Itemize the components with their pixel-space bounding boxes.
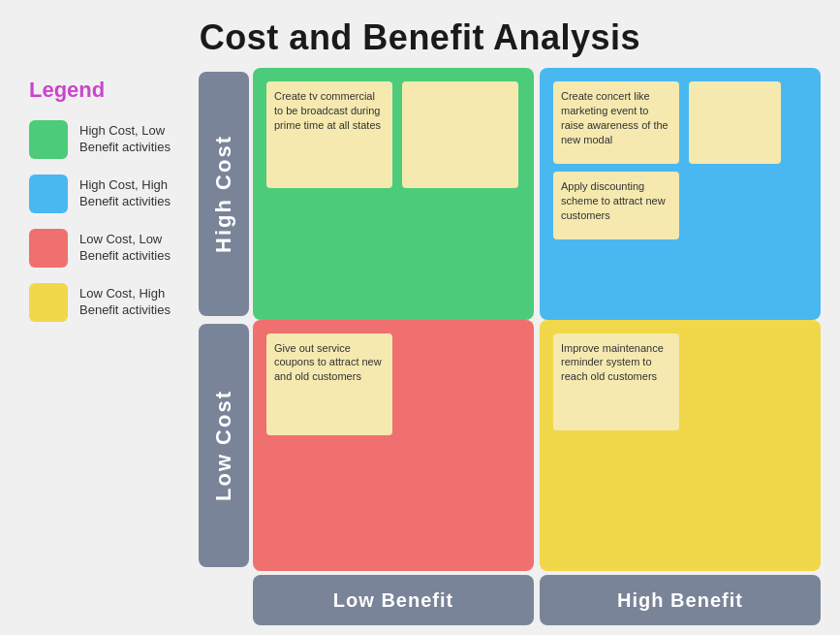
note-concert: Create concert like marketing event to r… xyxy=(553,81,679,164)
high-cost-text: High Cost xyxy=(211,135,236,253)
legend-item-high-cost-high-benefit: High Cost, High Benefit activities xyxy=(29,175,189,213)
legend-label-blue: High Cost, High Benefit activities xyxy=(79,177,189,210)
legend-color-blue xyxy=(29,175,68,213)
low-benefit-label: Low Benefit xyxy=(253,575,534,625)
low-cost-label: Low Cost xyxy=(199,324,249,568)
high-cost-row: High Cost Create tv commercial to be bro… xyxy=(199,68,821,320)
benefit-spacer xyxy=(199,575,249,625)
matrix-area: High Cost Create tv commercial to be bro… xyxy=(199,68,821,625)
note-tv-commercial: Create tv commercial to be broadcast dur… xyxy=(266,81,392,188)
legend-label-green: High Cost, Low Benefit activities xyxy=(79,123,189,156)
low-cost-text: Low Cost xyxy=(211,390,236,501)
low-cost-row: Low Cost Give out service coupons to att… xyxy=(199,320,821,572)
page-title: Cost and Benefit Analysis xyxy=(0,0,840,68)
legend-item-high-cost-low-benefit: High Cost, Low Benefit activities xyxy=(29,120,189,159)
high-benefit-label: High Benefit xyxy=(540,575,821,625)
cell-low-cost-high-benefit: Improve maintenance reminder system to r… xyxy=(540,320,821,572)
benefit-labels-row: Low Benefit High Benefit xyxy=(199,575,821,625)
legend-item-low-cost-low-benefit: Low Cost, Low Benefit activities xyxy=(29,229,189,268)
legend-label-red: Low Cost, Low Benefit activities xyxy=(79,232,189,265)
main-layout: Legend High Cost, Low Benefit activities… xyxy=(0,68,840,625)
legend-color-green xyxy=(29,120,68,159)
legend-label-yellow: Low Cost, High Benefit activities xyxy=(79,286,189,319)
legend-color-red xyxy=(29,229,68,268)
note-green-blank xyxy=(402,81,518,188)
note-blue-blank xyxy=(689,81,781,164)
legend-title: Legend xyxy=(29,78,189,103)
note-maintenance: Improve maintenance reminder system to r… xyxy=(553,333,679,430)
legend-color-yellow xyxy=(29,283,68,322)
cell-high-cost-high-benefit: Create concert like marketing event to r… xyxy=(540,68,821,320)
cell-high-cost-low-benefit: Create tv commercial to be broadcast dur… xyxy=(253,68,534,320)
legend: Legend High Cost, Low Benefit activities… xyxy=(19,68,199,625)
low-cost-cells: Give out service coupons to attract new … xyxy=(253,320,821,572)
note-coupons: Give out service coupons to attract new … xyxy=(266,333,392,435)
note-discounting: Apply discounting scheme to attract new … xyxy=(553,172,679,239)
legend-item-low-cost-high-benefit: Low Cost, High Benefit activities xyxy=(29,283,189,322)
high-cost-cells: Create tv commercial to be broadcast dur… xyxy=(253,68,821,320)
benefit-labels: Low Benefit High Benefit xyxy=(253,575,821,625)
cell-low-cost-low-benefit: Give out service coupons to attract new … xyxy=(253,320,534,572)
high-cost-label: High Cost xyxy=(199,72,249,316)
